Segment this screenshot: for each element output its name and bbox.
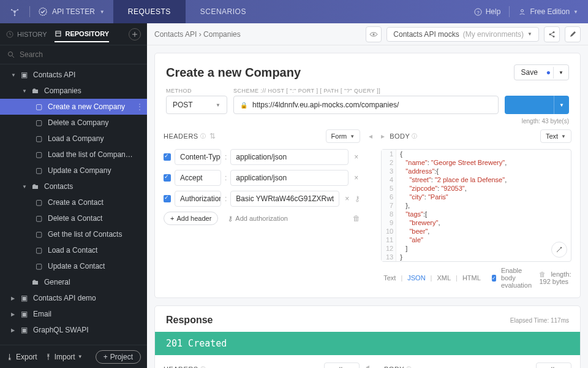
response-headers-mode[interactable]: pretty▼: [324, 362, 360, 368]
crumb-folder[interactable]: Companies: [203, 30, 241, 39]
header-value-input[interactable]: Basic YWRtaW46cG91ZXRwt: [230, 191, 339, 207]
header-checkbox[interactable]: [164, 174, 171, 182]
help-link[interactable]: ? Help: [474, 7, 501, 16]
header-checkbox[interactable]: [164, 153, 171, 161]
tree-item-load-contact[interactable]: ▢Load a Contact: [0, 242, 147, 258]
kebab-icon[interactable]: ⋮: [136, 102, 143, 111]
header-key-input[interactable]: Content-Type: [175, 149, 221, 165]
add-auth-label: Add authorization: [235, 215, 288, 222]
body-view-html[interactable]: HTML: [460, 273, 483, 283]
tree-project-contacts-api-demo[interactable]: ▶▣Contacts API demo: [0, 290, 147, 306]
url-input[interactable]: 🔒 https://4ldnnfv.eu.api-mocks.com/compa…: [233, 96, 499, 114]
help-icon[interactable]: ⓘ: [200, 132, 206, 140]
share-button[interactable]: [544, 26, 560, 42]
url-length: length: 43 byte(s): [155, 117, 580, 129]
add-authorization-button[interactable]: ⚷Add authorization: [228, 215, 288, 223]
tree-folder-companies[interactable]: ▼🖿Companies: [0, 83, 147, 99]
search-input[interactable]: [20, 50, 140, 59]
box-icon: ▣: [21, 326, 29, 334]
sidebar-tab-history-label: HISTORY: [17, 31, 47, 38]
import-button[interactable]: ⭱Import▼: [45, 353, 83, 361]
collapse-headers-button[interactable]: ◂: [369, 132, 372, 140]
tree-label: Load a Contact: [48, 246, 97, 255]
tab-scenarios[interactable]: SCENARIOS: [186, 0, 261, 23]
tree-item-create-contact[interactable]: ▢Create a Contact: [0, 194, 147, 210]
sidebar-tab-repository-label: REPOSITORY: [66, 30, 110, 37]
help-icon[interactable]: ⓘ: [200, 366, 206, 369]
add-header-button[interactable]: +Add header: [164, 212, 218, 225]
body-editor[interactable]: 1{ 2 "name": "George Street Brewery", 3 …: [381, 149, 571, 262]
svg-rect-12: [56, 31, 61, 36]
tree-folder-general[interactable]: 🖿General: [0, 274, 147, 290]
key-icon[interactable]: ⚷: [355, 194, 360, 203]
tree-project-graphql-swapi[interactable]: ▶▣GraphQL SWAPI: [0, 322, 147, 338]
tree-project-contacts-api[interactable]: ▼▣Contacts API: [0, 67, 147, 83]
chevron-down-icon[interactable]: ▼: [553, 67, 568, 79]
remove-header-button[interactable]: ×: [352, 174, 360, 182]
body-view-json[interactable]: JSON: [405, 273, 428, 283]
svg-text:?: ?: [477, 9, 480, 15]
header-checkbox[interactable]: [164, 195, 171, 202]
method-select[interactable]: POST ▼: [166, 96, 227, 114]
response-headers-title: HEADERS: [164, 366, 198, 368]
tab-requests[interactable]: REQUESTS: [113, 0, 186, 23]
body-view-xml[interactable]: XML: [434, 273, 453, 283]
header-key-input[interactable]: Accept: [175, 170, 221, 186]
help-icon[interactable]: ⓘ: [412, 132, 417, 140]
crumb-project[interactable]: Contacts API: [154, 30, 197, 39]
tree-item-load-company-list[interactable]: ▢Load the list of Compan…: [0, 147, 147, 163]
sidebar-tab-history[interactable]: HISTORY: [6, 31, 47, 38]
header-row: Accept : application/json ×: [164, 170, 360, 186]
body-view-text[interactable]: Text: [381, 273, 398, 283]
project-button[interactable]: +Project: [96, 350, 141, 364]
tree-item-delete-company[interactable]: ▢Delete a Company: [0, 115, 147, 131]
enable-body-eval-checkbox[interactable]: ✓: [492, 275, 496, 282]
send-button[interactable]: ✈Send ▼: [505, 96, 569, 114]
folder-icon: 🖿: [32, 86, 40, 95]
header-value-input[interactable]: application/json: [230, 170, 349, 186]
magic-wand-button[interactable]: [551, 242, 567, 258]
tree-folder-contacts[interactable]: ▼🖿Contacts: [0, 178, 147, 194]
collapse-response-headers-button[interactable]: ◂: [366, 362, 369, 368]
add-button[interactable]: [129, 28, 141, 40]
expand-response-body-button[interactable]: ▸: [375, 365, 379, 368]
help-icon[interactable]: ⓘ: [406, 366, 412, 369]
app-logo[interactable]: [0, 7, 29, 17]
trash-icon[interactable]: 🗑: [353, 214, 360, 223]
header-key-input[interactable]: Authorization: [175, 191, 221, 207]
body-title: BODY: [390, 132, 410, 140]
tree-item-delete-contact[interactable]: ▢Delete a Contact: [0, 210, 147, 226]
remove-header-button[interactable]: ×: [343, 194, 351, 203]
env-group: (My environments): [463, 30, 524, 39]
clock-icon: [6, 31, 13, 38]
header-value-input[interactable]: application/json: [230, 149, 349, 165]
body-mode-select[interactable]: Text▼: [540, 129, 571, 143]
tree-item-update-company[interactable]: ▢Update a Company: [0, 163, 147, 178]
sort-icon[interactable]: ⇅: [209, 132, 216, 140]
scheme-label: SCHEME :// HOST [ ":" PORT ] [ PATH [ "?…: [233, 88, 499, 94]
request-icon: ▢: [36, 134, 44, 143]
edition-menu[interactable]: Free Edition ▼: [518, 7, 578, 16]
trash-icon[interactable]: 🗑: [539, 270, 546, 278]
lock-icon: 🔒: [240, 102, 247, 109]
headers-mode-select[interactable]: Form▼: [326, 129, 361, 143]
tree-label: Update a Contact: [48, 262, 105, 270]
tree-item-create-company[interactable]: ▢Create a new Company⋮: [0, 99, 147, 115]
tree-item-update-contact[interactable]: ▢Update a Contact: [0, 258, 147, 274]
remove-header-button[interactable]: ×: [352, 153, 360, 161]
brand-menu[interactable]: API TESTER ▼: [30, 7, 113, 16]
edit-button[interactable]: [565, 26, 581, 42]
save-button[interactable]: Save ● ▼: [514, 64, 569, 80]
visibility-button[interactable]: [366, 26, 382, 42]
response-body-mode[interactable]: pretty▼: [536, 362, 571, 368]
repo-icon: [55, 30, 62, 37]
tree-item-get-contacts-list[interactable]: ▢Get the list of Contacts: [0, 226, 147, 242]
svg-line-15: [12, 56, 14, 58]
tree-item-load-company[interactable]: ▢Load a Company: [0, 131, 147, 147]
sidebar-tab-repository[interactable]: REPOSITORY: [55, 26, 110, 42]
tree-project-email[interactable]: ▶▣Email: [0, 306, 147, 322]
environment-selector[interactable]: Contacts API mocks (My environments) ▼: [386, 27, 539, 42]
send-dropdown[interactable]: ▼: [554, 96, 569, 114]
expand-body-button[interactable]: ▸: [381, 132, 385, 140]
export-button[interactable]: ⭳Export: [6, 353, 37, 361]
